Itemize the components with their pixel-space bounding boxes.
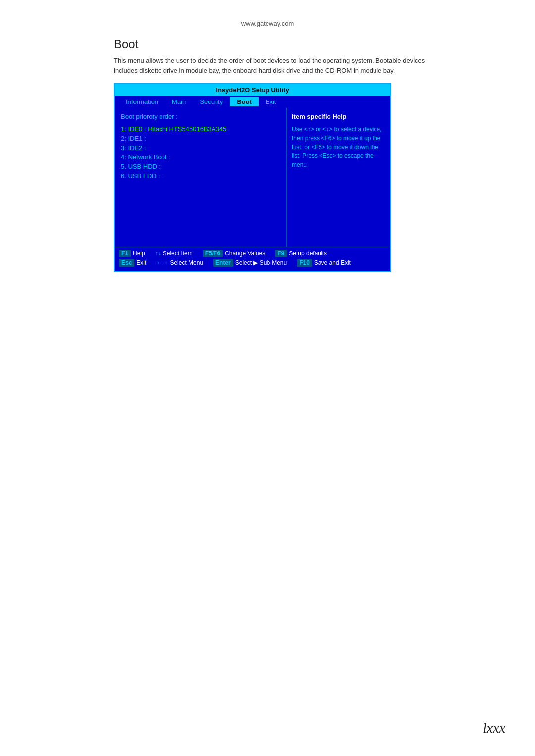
website-url: www.gateway.com: [0, 0, 535, 27]
boot-item-4[interactable]: 5. USB HDD :: [121, 163, 280, 170]
label-help: Help: [133, 250, 145, 257]
footer-row-1: F1 Help ↑↓ Select Item F5/F6 Change Valu…: [119, 250, 386, 257]
label-select-submenu: Select ▶ Sub-Menu: [235, 259, 287, 266]
boot-description: This menu allows the user to decide the …: [114, 56, 436, 75]
label-setup-defaults: Setup defaults: [289, 250, 327, 257]
label-change-values: Change Values: [225, 250, 265, 257]
nav-item-exit[interactable]: Exit: [259, 97, 283, 106]
boot-item-5[interactable]: 6. USB FDD :: [121, 172, 280, 180]
nav-item-main[interactable]: Main: [165, 97, 193, 106]
bios-body: Boot prioroty order : 1: IDE0 : Hitachi …: [115, 108, 390, 247]
page-title: Boot: [114, 37, 436, 51]
key-esc: Esc: [119, 259, 134, 267]
page-number: lxxx: [483, 720, 505, 736]
bios-setup-box: InsydeH2O Setup Utility Information Main…: [114, 83, 391, 272]
bios-title-bar: InsydeH2O Setup Utility: [115, 84, 390, 96]
nav-item-boot[interactable]: Boot: [230, 97, 259, 106]
key-f9: F9: [275, 250, 287, 257]
label-save-exit: Save and Exit: [314, 259, 351, 266]
boot-item-2[interactable]: 3: IDE2 :: [121, 144, 280, 151]
boot-item-1[interactable]: 2: IDE1 :: [121, 135, 280, 142]
help-text: Use <↑> or <↓> to select a device, then …: [292, 125, 385, 169]
bios-footer: F1 Help ↑↓ Select Item F5/F6 Change Valu…: [115, 247, 390, 271]
bios-left-panel: Boot prioroty order : 1: IDE0 : Hitachi …: [115, 108, 286, 247]
boot-item-0[interactable]: 1: IDE0 : Hitachi HTS545016B3A345: [121, 125, 280, 133]
key-f10: F10: [297, 259, 312, 267]
key-f5f6: F5/F6: [203, 250, 223, 257]
label-exit: Exit: [136, 259, 146, 266]
arrow-leftright: ←→: [156, 259, 168, 266]
boot-item-3[interactable]: 4: Network Boot :: [121, 153, 280, 161]
nav-item-security[interactable]: Security: [193, 97, 230, 106]
bios-right-panel: Item specific Help Use <↑> or <↓> to sel…: [286, 108, 390, 247]
label-select-item: Select Item: [163, 250, 193, 257]
nav-item-information[interactable]: Information: [119, 97, 165, 106]
key-f1: F1: [119, 250, 131, 257]
key-enter: Enter: [213, 259, 233, 267]
arrow-updown: ↑↓: [155, 250, 161, 257]
footer-row-2: Esc Exit ←→ Select Menu Enter Select ▶ S…: [119, 259, 386, 267]
help-title: Item specific Help: [292, 112, 385, 122]
boot-order-label: Boot prioroty order :: [121, 113, 280, 120]
bios-nav: Information Main Security Boot Exit: [115, 96, 390, 108]
label-select-menu: Select Menu: [170, 259, 203, 266]
